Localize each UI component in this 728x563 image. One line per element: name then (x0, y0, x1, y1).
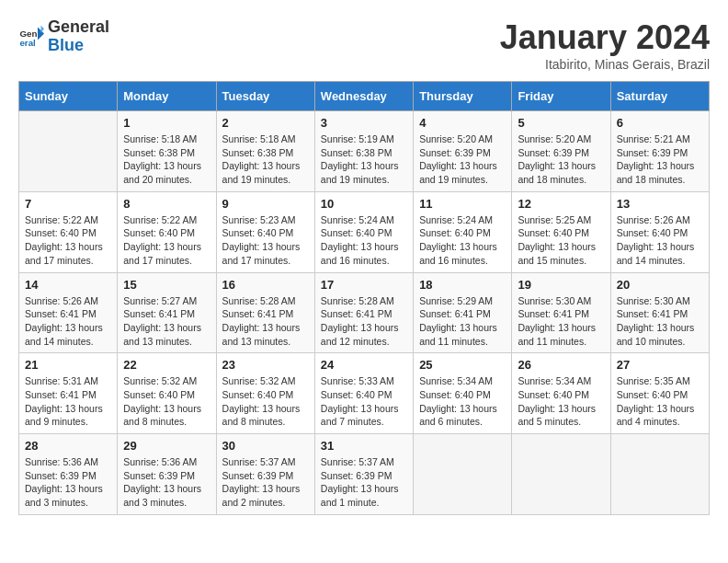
day-number: 8 (123, 197, 210, 211)
day-number: 12 (518, 197, 604, 211)
logo: Gen eral General Blue (18, 18, 109, 55)
day-info: Sunrise: 5:18 AM Sunset: 6:38 PM Dayligh… (222, 132, 309, 187)
weekday-header-wednesday: Wednesday (314, 82, 413, 111)
calendar-day-cell: 12Sunrise: 5:25 AM Sunset: 6:40 PM Dayli… (512, 191, 610, 272)
weekday-header-monday: Monday (118, 82, 216, 111)
day-number: 3 (321, 116, 407, 130)
calendar-day-cell: 14Sunrise: 5:26 AM Sunset: 6:41 PM Dayli… (19, 272, 118, 353)
day-number: 1 (123, 116, 210, 130)
day-number: 2 (222, 116, 309, 130)
day-info: Sunrise: 5:23 AM Sunset: 6:40 PM Dayligh… (222, 213, 309, 268)
calendar-day-cell: 11Sunrise: 5:24 AM Sunset: 6:40 PM Dayli… (414, 191, 512, 272)
day-number: 26 (518, 358, 604, 372)
day-number: 23 (222, 358, 309, 372)
calendar-day-cell: 29Sunrise: 5:36 AM Sunset: 6:39 PM Dayli… (118, 434, 216, 515)
day-info: Sunrise: 5:30 AM Sunset: 6:41 PM Dayligh… (617, 294, 703, 349)
day-number: 17 (321, 278, 407, 292)
weekday-header-row: SundayMondayTuesdayWednesdayThursdayFrid… (19, 82, 710, 111)
day-number: 19 (518, 278, 604, 292)
day-number: 31 (321, 439, 407, 453)
calendar-day-cell: 2Sunrise: 5:18 AM Sunset: 6:38 PM Daylig… (216, 111, 314, 192)
logo-general-text: General (48, 17, 109, 36)
calendar-day-cell: 21Sunrise: 5:31 AM Sunset: 6:41 PM Dayli… (19, 353, 118, 434)
calendar-week-row: 21Sunrise: 5:31 AM Sunset: 6:41 PM Dayli… (19, 353, 710, 434)
day-info: Sunrise: 5:26 AM Sunset: 6:40 PM Dayligh… (617, 213, 703, 268)
day-info: Sunrise: 5:25 AM Sunset: 6:40 PM Dayligh… (518, 213, 604, 268)
calendar-day-cell: 3Sunrise: 5:19 AM Sunset: 6:38 PM Daylig… (314, 111, 413, 192)
day-info: Sunrise: 5:20 AM Sunset: 6:39 PM Dayligh… (518, 132, 604, 187)
calendar-day-cell: 24Sunrise: 5:33 AM Sunset: 6:40 PM Dayli… (314, 353, 413, 434)
day-info: Sunrise: 5:20 AM Sunset: 6:39 PM Dayligh… (419, 132, 506, 187)
calendar-day-cell (19, 111, 118, 192)
calendar-day-cell: 19Sunrise: 5:30 AM Sunset: 6:41 PM Dayli… (512, 272, 610, 353)
calendar-day-cell: 13Sunrise: 5:26 AM Sunset: 6:40 PM Dayli… (610, 191, 709, 272)
calendar-day-cell: 16Sunrise: 5:28 AM Sunset: 6:41 PM Dayli… (216, 272, 314, 353)
day-number: 18 (419, 278, 506, 292)
day-info: Sunrise: 5:37 AM Sunset: 6:39 PM Dayligh… (321, 455, 407, 510)
weekday-header-friday: Friday (512, 82, 610, 111)
day-info: Sunrise: 5:29 AM Sunset: 6:41 PM Dayligh… (419, 294, 506, 349)
day-info: Sunrise: 5:36 AM Sunset: 6:39 PM Dayligh… (123, 455, 210, 510)
day-info: Sunrise: 5:24 AM Sunset: 6:40 PM Dayligh… (321, 213, 407, 268)
day-number: 13 (617, 197, 703, 211)
day-number: 14 (25, 278, 111, 292)
calendar-day-cell: 1Sunrise: 5:18 AM Sunset: 6:38 PM Daylig… (118, 111, 216, 192)
day-number: 24 (321, 358, 407, 372)
calendar-header: SundayMondayTuesdayWednesdayThursdayFrid… (19, 82, 710, 111)
calendar-day-cell: 8Sunrise: 5:22 AM Sunset: 6:40 PM Daylig… (118, 191, 216, 272)
day-number: 5 (518, 116, 604, 130)
day-number: 16 (222, 278, 309, 292)
day-info: Sunrise: 5:35 AM Sunset: 6:40 PM Dayligh… (617, 374, 703, 429)
weekday-header-thursday: Thursday (414, 82, 512, 111)
month-year-title: January 2024 (500, 18, 710, 57)
calendar-day-cell: 6Sunrise: 5:21 AM Sunset: 6:39 PM Daylig… (610, 111, 709, 192)
day-number: 28 (25, 439, 111, 453)
day-number: 27 (617, 358, 703, 372)
calendar-day-cell: 23Sunrise: 5:32 AM Sunset: 6:40 PM Dayli… (216, 353, 314, 434)
calendar-day-cell: 4Sunrise: 5:20 AM Sunset: 6:39 PM Daylig… (414, 111, 512, 192)
calendar-day-cell: 22Sunrise: 5:32 AM Sunset: 6:40 PM Dayli… (118, 353, 216, 434)
day-number: 20 (617, 278, 703, 292)
day-info: Sunrise: 5:32 AM Sunset: 6:40 PM Dayligh… (222, 374, 309, 429)
day-number: 15 (123, 278, 210, 292)
day-info: Sunrise: 5:22 AM Sunset: 6:40 PM Dayligh… (25, 213, 111, 268)
logo-blue-text: Blue (48, 36, 84, 54)
calendar-week-row: 1Sunrise: 5:18 AM Sunset: 6:38 PM Daylig… (19, 111, 710, 192)
calendar-day-cell (414, 434, 512, 515)
day-info: Sunrise: 5:21 AM Sunset: 6:39 PM Dayligh… (617, 132, 703, 187)
day-info: Sunrise: 5:31 AM Sunset: 6:41 PM Dayligh… (25, 374, 111, 429)
calendar-day-cell: 17Sunrise: 5:28 AM Sunset: 6:41 PM Dayli… (314, 272, 413, 353)
calendar-day-cell: 26Sunrise: 5:34 AM Sunset: 6:40 PM Dayli… (512, 353, 610, 434)
calendar-day-cell: 28Sunrise: 5:36 AM Sunset: 6:39 PM Dayli… (19, 434, 118, 515)
day-number: 4 (419, 116, 506, 130)
day-info: Sunrise: 5:36 AM Sunset: 6:39 PM Dayligh… (25, 455, 111, 510)
calendar-day-cell: 7Sunrise: 5:22 AM Sunset: 6:40 PM Daylig… (19, 191, 118, 272)
calendar-day-cell: 31Sunrise: 5:37 AM Sunset: 6:39 PM Dayli… (314, 434, 413, 515)
day-info: Sunrise: 5:34 AM Sunset: 6:40 PM Dayligh… (518, 374, 604, 429)
day-info: Sunrise: 5:24 AM Sunset: 6:40 PM Dayligh… (419, 213, 506, 268)
day-info: Sunrise: 5:28 AM Sunset: 6:41 PM Dayligh… (321, 294, 407, 349)
calendar-day-cell: 25Sunrise: 5:34 AM Sunset: 6:40 PM Dayli… (414, 353, 512, 434)
calendar-day-cell: 10Sunrise: 5:24 AM Sunset: 6:40 PM Dayli… (314, 191, 413, 272)
day-number: 10 (321, 197, 407, 211)
title-area: January 2024 Itabirito, Minas Gerais, Br… (500, 18, 710, 72)
day-number: 30 (222, 439, 309, 453)
day-info: Sunrise: 5:26 AM Sunset: 6:41 PM Dayligh… (25, 294, 111, 349)
day-info: Sunrise: 5:30 AM Sunset: 6:41 PM Dayligh… (518, 294, 604, 349)
day-number: 7 (25, 197, 111, 211)
day-info: Sunrise: 5:22 AM Sunset: 6:40 PM Dayligh… (123, 213, 210, 268)
calendar-day-cell (610, 434, 709, 515)
day-number: 22 (123, 358, 210, 372)
day-number: 29 (123, 439, 210, 453)
location-subtitle: Itabirito, Minas Gerais, Brazil (500, 57, 710, 72)
svg-text:eral: eral (19, 38, 36, 48)
day-info: Sunrise: 5:33 AM Sunset: 6:40 PM Dayligh… (321, 374, 407, 429)
day-number: 21 (25, 358, 111, 372)
day-info: Sunrise: 5:27 AM Sunset: 6:41 PM Dayligh… (123, 294, 210, 349)
calendar-day-cell (512, 434, 610, 515)
calendar-day-cell: 20Sunrise: 5:30 AM Sunset: 6:41 PM Dayli… (610, 272, 709, 353)
logo-icon: Gen eral (18, 24, 44, 50)
calendar-day-cell: 27Sunrise: 5:35 AM Sunset: 6:40 PM Dayli… (610, 353, 709, 434)
svg-marker-3 (41, 25, 45, 32)
day-info: Sunrise: 5:37 AM Sunset: 6:39 PM Dayligh… (222, 455, 309, 510)
